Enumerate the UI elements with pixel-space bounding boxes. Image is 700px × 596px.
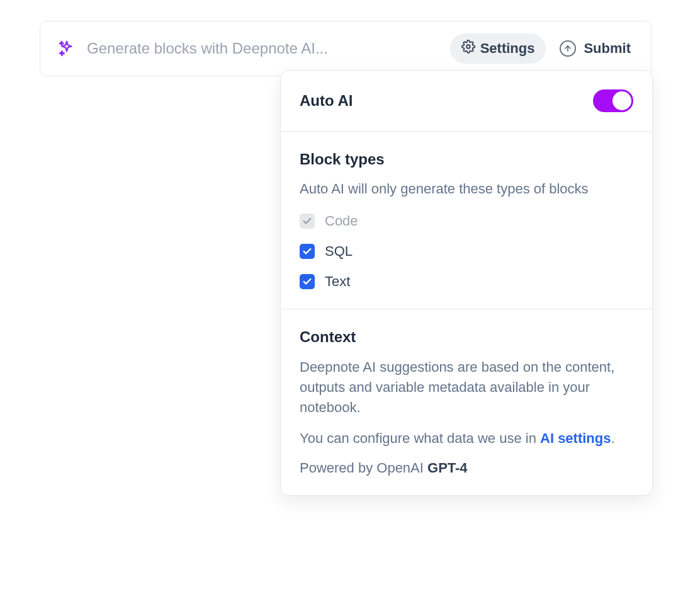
settings-button-label: Settings — [480, 40, 535, 57]
submit-button-label: Submit — [584, 40, 631, 57]
block-types-description: Auto AI will only generate these types o… — [300, 180, 633, 199]
powered-by-text: Powered by OpenAI GPT-4 — [300, 460, 633, 476]
context-section: Context Deepnote AI suggestions are base… — [281, 309, 652, 496]
checkbox-item-sql: SQL — [300, 243, 633, 260]
auto-ai-title: Auto AI — [300, 92, 353, 110]
checkbox-label-code: Code — [325, 213, 358, 229]
block-types-title: Block types — [300, 151, 633, 168]
checkbox-item-text: Text — [300, 273, 633, 290]
checkbox-text[interactable] — [300, 274, 315, 289]
context-title: Context — [300, 328, 633, 346]
ai-input-bar: Generate blocks with Deepnote AI... Sett… — [40, 21, 652, 76]
checkbox-item-code: Code — [300, 213, 633, 229]
auto-ai-toggle[interactable] — [593, 89, 633, 112]
gear-icon — [461, 40, 475, 57]
context-paragraph-1: Deepnote AI suggestions are based on the… — [300, 357, 633, 418]
checkbox-code — [300, 214, 315, 229]
context-paragraph-2: You can configure what data we use in AI… — [300, 428, 633, 449]
toggle-knob — [612, 91, 631, 110]
checkbox-label-sql: SQL — [325, 243, 353, 260]
block-types-list: Code SQL Text — [300, 213, 633, 290]
checkbox-sql[interactable] — [300, 244, 315, 259]
settings-button[interactable]: Settings — [450, 33, 546, 64]
arrow-up-circle-icon — [560, 40, 576, 57]
powered-prefix: Powered by OpenAI — [300, 460, 427, 476]
checkbox-label-text: Text — [325, 273, 350, 290]
context-p2-prefix: You can configure what data we use in — [300, 430, 540, 446]
context-p2-suffix: . — [611, 430, 614, 446]
ai-prompt-input[interactable]: Generate blocks with Deepnote AI... — [87, 40, 439, 57]
submit-button[interactable]: Submit — [557, 34, 633, 63]
ai-settings-link[interactable]: AI settings — [540, 430, 611, 446]
auto-ai-section: Auto AI — [281, 71, 652, 132]
svg-point-0 — [466, 45, 470, 49]
settings-dropdown-panel: Auto AI Block types Auto AI will only ge… — [280, 70, 653, 496]
sparkle-icon — [58, 40, 76, 57]
block-types-section: Block types Auto AI will only generate t… — [281, 132, 652, 309]
powered-model: GPT-4 — [427, 460, 468, 476]
